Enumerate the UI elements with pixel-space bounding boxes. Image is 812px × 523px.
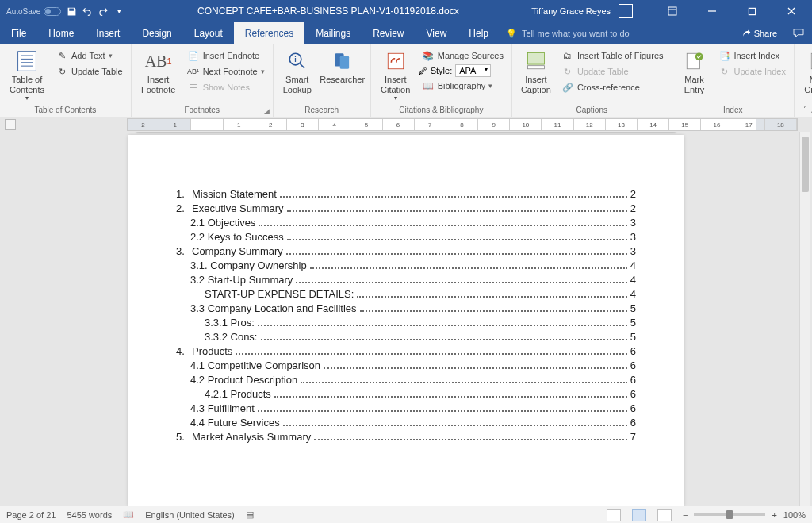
tab-mailings[interactable]: Mailings — [304, 22, 362, 44]
researcher-button[interactable]: Researcher — [320, 46, 366, 85]
comments-button[interactable] — [785, 29, 812, 38]
smart-lookup-button[interactable]: i Smart Lookup — [278, 46, 316, 94]
language-status[interactable]: English (United States) — [145, 510, 235, 520]
page-number-status[interactable]: Page 2 of 21 — [6, 510, 56, 520]
toc-page: 4 — [630, 274, 636, 286]
tab-view[interactable]: View — [416, 22, 458, 44]
toc-entry[interactable]: 3.1. Company Ownership4 — [176, 260, 636, 271]
tab-design[interactable]: Design — [131, 22, 182, 44]
vertical-scrollbar[interactable] — [799, 132, 810, 506]
comment-icon — [793, 29, 804, 38]
insert-caption-button[interactable]: Insert Caption — [517, 46, 555, 94]
tab-selector-icon[interactable] — [5, 119, 16, 130]
tab-home[interactable]: Home — [37, 22, 85, 44]
minimize-icon[interactable] — [696, 0, 728, 22]
bibliography-button[interactable]: 📖Bibliography — [419, 79, 507, 93]
share-button[interactable]: Share — [733, 29, 785, 38]
qat-customize-icon[interactable]: ▾ — [113, 6, 124, 17]
insert-footnote-button[interactable]: AB1 Insert Footnote — [136, 46, 181, 94]
add-text-button[interactable]: ✎Add Text — [52, 48, 126, 63]
zoom-in-button[interactable]: + — [772, 510, 776, 520]
toc-entry[interactable]: 5.Market Analysis Summary7 — [176, 431, 636, 443]
mark-entry-icon — [683, 49, 707, 73]
mark-citation-button[interactable]: Mark Citation — [799, 46, 812, 94]
show-notes-button[interactable]: ☰Show Notes — [184, 80, 268, 94]
tell-me-search[interactable]: 💡 Tell me what you want to do — [500, 29, 636, 39]
toc-entry[interactable]: 3.2 Start-Up Summary4 — [176, 274, 636, 286]
toc-entry[interactable]: START-UP EXPENSE DETAILS:4 — [176, 288, 636, 300]
insert-endnote-button[interactable]: 📄Insert Endnote — [184, 48, 268, 63]
tab-file[interactable]: File — [0, 22, 37, 44]
save-icon[interactable] — [66, 6, 77, 17]
toc-entry[interactable]: 2.Executive Summary2 — [176, 202, 636, 214]
update-table-button[interactable]: ↻Update Table — [52, 64, 126, 79]
ribbon-tabs: File Home Insert Design Layout Reference… — [0, 22, 812, 44]
svg-rect-7 — [388, 53, 404, 69]
insert-table-of-figures-button[interactable]: 🗂Insert Table of Figures — [558, 48, 667, 63]
insert-citation-button[interactable]: Insert Citation▾ — [376, 46, 416, 102]
update-caption-table-button[interactable]: ↻Update Table — [558, 64, 667, 79]
toc-entry[interactable]: 4.1 Competitive Comparison6 — [176, 360, 636, 371]
footnotes-launcher-icon[interactable]: ◢ — [264, 107, 270, 115]
collapse-ribbon-icon[interactable]: ˄ — [803, 105, 807, 113]
horizontal-ruler[interactable]: 21123456789101112131415161718 — [127, 118, 798, 131]
manage-sources-button[interactable]: 📚Manage Sources — [419, 48, 507, 63]
table-of-contents-button[interactable]: Table of Contents▾ — [5, 46, 49, 102]
toc-page: 5 — [630, 302, 636, 314]
spellcheck-icon[interactable]: 📖 — [123, 510, 134, 520]
scrollbar-thumb[interactable] — [802, 137, 809, 192]
tab-layout[interactable]: Layout — [183, 22, 234, 44]
ribbon: Table of Contents▾ ✎Add Text ↻Update Tab… — [0, 44, 812, 117]
word-count-status[interactable]: 5455 words — [67, 510, 112, 520]
toc-entry[interactable]: 4.3 Fulfillment6 — [176, 402, 636, 414]
document-page[interactable]: 1.Mission Statement22.Executive Summary2… — [128, 135, 684, 506]
toc-title: 4.3 Fulfillment — [190, 402, 255, 414]
toc-entry[interactable]: 4.Products6 — [176, 345, 636, 357]
autosave-toggle[interactable]: AutoSave — [6, 7, 61, 16]
tab-help[interactable]: Help — [458, 22, 500, 44]
user-name[interactable]: Tiffany Grace Reyes — [531, 6, 611, 16]
cross-reference-button[interactable]: 🔗Cross-reference — [558, 80, 667, 94]
tab-review[interactable]: Review — [362, 22, 415, 44]
redo-icon[interactable] — [98, 6, 109, 17]
insert-index-button[interactable]: 📑Insert Index — [715, 48, 789, 63]
macro-icon[interactable]: ▤ — [246, 510, 254, 520]
toc-entry[interactable]: 4.4 Future Services6 — [176, 417, 636, 429]
ruler-tick: 6 — [383, 119, 415, 130]
researcher-icon — [331, 49, 354, 73]
toc-entry[interactable]: 4.2 Product Description6 — [176, 374, 636, 386]
tab-references[interactable]: References — [234, 22, 304, 44]
zoom-out-button[interactable]: − — [683, 510, 688, 520]
zoom-value[interactable]: 100% — [783, 510, 806, 520]
toc-entry[interactable]: 4.2.1 Products6 — [176, 388, 636, 400]
toc-entry[interactable]: 3.3.2 Cons:5 — [176, 331, 636, 343]
title-bar: AutoSave ▾ CONCEPT CAFE+BAR-BUSINESS PLA… — [0, 0, 812, 22]
toc-leader — [274, 396, 627, 398]
group-label-citations: Citations & Bibliography — [376, 104, 507, 117]
undo-icon[interactable] — [82, 6, 93, 17]
read-mode-icon[interactable] — [607, 509, 621, 521]
update-index-button[interactable]: ↻Update Index — [715, 64, 789, 79]
mark-entry-button[interactable]: Mark Entry — [677, 46, 712, 94]
close-icon[interactable] — [776, 0, 807, 22]
user-avatar-icon[interactable] — [619, 4, 633, 18]
toc-leader — [314, 439, 627, 440]
tab-insert[interactable]: Insert — [85, 22, 131, 44]
toc-entry[interactable]: 3.3.1 Pros:5 — [176, 317, 636, 329]
web-layout-icon[interactable] — [657, 509, 672, 521]
ribbon-display-icon[interactable] — [657, 0, 688, 22]
zoom-slider[interactable] — [694, 513, 765, 516]
toc-entry[interactable]: 3.3 Company Location and Facilities5 — [176, 302, 636, 314]
maximize-icon[interactable] — [736, 0, 768, 22]
toc-entry[interactable]: 3.Company Summary3 — [176, 245, 636, 257]
group-label-toc: Table of Contents — [5, 104, 126, 117]
zoom-control: − + 100% — [683, 510, 806, 520]
toc-entry[interactable]: 2.1 Objectives3 — [176, 217, 636, 229]
print-layout-icon[interactable] — [632, 509, 646, 521]
citation-style-select[interactable]: APA▾ — [455, 64, 491, 77]
toc-entry[interactable]: 1.Mission Statement2 — [176, 188, 636, 200]
ruler-tick: 14 — [638, 119, 669, 130]
toc-entry[interactable]: 2.2 Keys to Success3 — [176, 231, 636, 243]
svg-rect-1 — [749, 8, 755, 14]
next-footnote-button[interactable]: AB¹Next Footnote — [184, 64, 268, 79]
